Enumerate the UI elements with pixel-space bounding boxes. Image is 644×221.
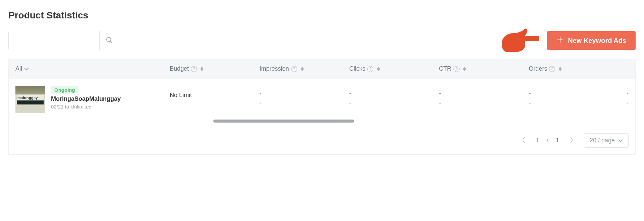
search-icon — [106, 36, 113, 45]
page-size-label: 20 / page — [590, 137, 615, 144]
product-name: MoringaSoapMalunggay — [51, 95, 121, 102]
col-clicks[interactable]: Clicks ? — [349, 65, 439, 72]
col-ctr-label: CTR — [439, 65, 451, 72]
table-footer: 1 / 1 20 / page — [9, 127, 635, 154]
col-budget[interactable]: Budget ? — [170, 65, 260, 72]
chevron-right-icon — [570, 137, 574, 144]
col-orders[interactable]: Orders ? — [529, 65, 619, 72]
col-impression-label: Impression — [260, 65, 289, 72]
clicks-sub: - — [349, 100, 439, 107]
impression-sub: - — [260, 100, 350, 107]
product-cell: malunggay Ongoing MoringaSoapMalunggay 0… — [15, 86, 170, 113]
svg-marker-12 — [558, 67, 562, 69]
search-input[interactable] — [9, 31, 99, 50]
svg-marker-7 — [301, 69, 304, 71]
col-clicks-label: Clicks — [349, 65, 365, 72]
horizontal-scrollbar[interactable] — [213, 120, 354, 123]
date-range: 02/21 to Unlimited — [51, 104, 121, 109]
toolbar: New Keyword Ads — [8, 31, 636, 50]
new-keyword-ads-label: New Keyword Ads — [568, 37, 626, 45]
col-orders-label: Orders — [529, 65, 547, 72]
chevron-down-icon — [618, 137, 623, 144]
help-icon: ? — [291, 66, 297, 72]
total-pages: 1 — [556, 137, 559, 144]
col-impression[interactable]: Impression ? — [260, 65, 350, 72]
col-budget-label: Budget — [170, 65, 189, 72]
next-page-button[interactable] — [567, 136, 577, 146]
col-ctr[interactable]: CTR ? — [439, 65, 529, 72]
page-title: Product Statistics — [8, 10, 636, 21]
cell-impression: - - — [260, 86, 350, 107]
status-badge: Ongoing — [51, 86, 78, 94]
current-page: 1 — [536, 137, 539, 144]
sort-icon — [558, 67, 562, 71]
cell-clicks: - - — [349, 86, 439, 107]
cell-extra: - - — [619, 86, 629, 107]
svg-marker-13 — [558, 69, 562, 71]
help-icon: ? — [191, 66, 197, 72]
svg-marker-4 — [200, 67, 204, 69]
orders-sub: - — [529, 100, 619, 107]
page-size-select[interactable]: 20 / page — [584, 133, 629, 148]
svg-marker-8 — [377, 67, 380, 69]
table-header: All Budget ? Impression ? Clicks ? — [9, 59, 635, 79]
svg-marker-11 — [463, 69, 466, 71]
new-keyword-ads-button[interactable]: New Keyword Ads — [547, 31, 636, 50]
svg-marker-6 — [301, 67, 304, 69]
cell-ctr: - - — [439, 86, 529, 107]
cell-budget: No Limit — [170, 86, 260, 99]
svg-point-0 — [106, 37, 111, 42]
filter-label: All — [15, 65, 22, 72]
sort-icon — [200, 67, 204, 71]
extra-sub: - — [627, 100, 629, 107]
product-meta: Ongoing MoringaSoapMalunggay 02/21 to Un… — [51, 86, 121, 113]
ctr-sub: - — [439, 100, 529, 107]
prev-page-button[interactable] — [519, 136, 529, 146]
sort-icon — [377, 67, 380, 71]
pager: 1 / 1 — [519, 136, 577, 146]
svg-marker-5 — [200, 69, 204, 71]
chevron-left-icon — [522, 137, 526, 144]
cell-orders: - - — [529, 86, 619, 107]
product-thumb: malunggay — [15, 86, 45, 113]
impression-value: - — [260, 90, 350, 97]
thumb-bar — [17, 100, 44, 104]
svg-marker-9 — [377, 69, 380, 71]
sort-icon — [301, 67, 304, 71]
budget-value: No Limit — [170, 92, 260, 99]
sort-icon — [463, 67, 466, 71]
plus-icon — [556, 36, 564, 45]
help-icon: ? — [453, 66, 460, 72]
svg-marker-10 — [463, 67, 466, 69]
orders-value: - — [529, 90, 619, 97]
table-body: malunggay Ongoing MoringaSoapMalunggay 0… — [9, 79, 635, 127]
search-box — [8, 31, 119, 50]
help-icon: ? — [549, 66, 555, 72]
page-separator: / — [547, 137, 548, 144]
extra-value: - — [627, 90, 629, 97]
clicks-value: - — [349, 90, 439, 97]
ctr-value: - — [439, 90, 529, 97]
help-icon: ? — [367, 66, 373, 72]
chevron-down-icon — [24, 65, 29, 72]
search-button[interactable] — [99, 31, 119, 50]
table-row: malunggay Ongoing MoringaSoapMalunggay 0… — [9, 79, 635, 127]
pointing-hand-icon — [501, 26, 542, 59]
filter-all[interactable]: All — [15, 65, 29, 72]
statistics-table: All Budget ? Impression ? Clicks ? — [8, 59, 636, 155]
thumb-label: malunggay — [17, 95, 44, 100]
svg-line-1 — [110, 41, 112, 43]
